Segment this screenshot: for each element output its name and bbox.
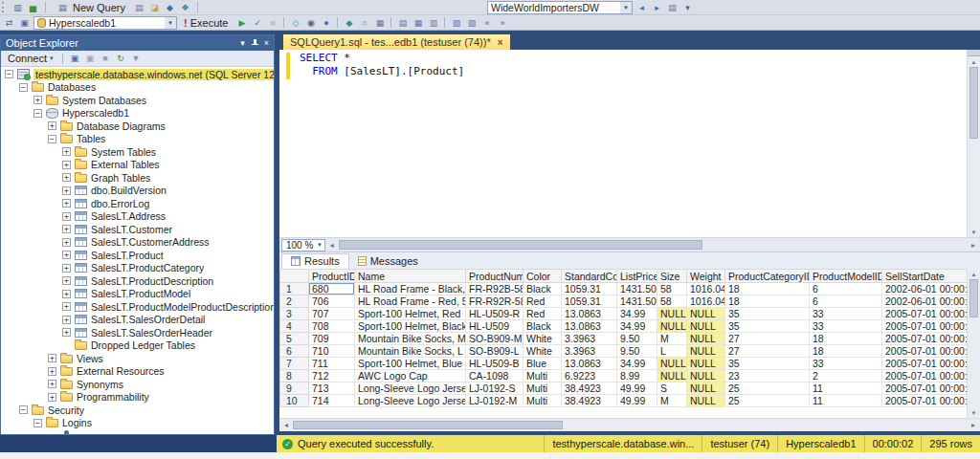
tree-item[interactable]: Dropped Ledger Tables	[1, 339, 274, 353]
grid-cell[interactable]: 2002-06-01 00:00:00.000	[882, 283, 968, 295]
tree-item[interactable]: +External Tables	[1, 159, 274, 172]
scroll-right-icon[interactable]: ▸	[967, 419, 980, 431]
grid-cell[interactable]: White	[523, 333, 562, 345]
row-number[interactable]: 9	[280, 382, 309, 395]
grid-cell[interactable]: 34.99	[617, 308, 657, 320]
scrollbar-thumb[interactable]	[293, 421, 563, 429]
chevron-down-icon[interactable]: ▾	[620, 2, 632, 13]
results-to-grid-icon[interactable]: ▦	[411, 16, 425, 29]
grid-cell[interactable]: 27	[725, 333, 810, 345]
tree-item[interactable]: +SalesLT.SalesOrderHeader	[1, 326, 274, 339]
object-explorer-titlebar[interactable]: Object Explorer ▾ ×	[1, 35, 274, 51]
grid-cell[interactable]: SO-B909-M	[466, 333, 523, 345]
grid-cell[interactable]: Multi	[523, 395, 562, 407]
grid-cell[interactable]: 11	[810, 395, 882, 407]
grid-cell[interactable]: Black	[523, 320, 562, 333]
grid-cell[interactable]: Multi	[523, 382, 562, 395]
results-scrollbar[interactable]: ▲ ▼	[967, 269, 980, 418]
decrease-indent-icon[interactable]: «	[479, 16, 494, 29]
grid-cell[interactable]: 35	[725, 358, 810, 370]
expander-icon[interactable]: −	[19, 405, 28, 414]
grid-cell[interactable]: 11	[810, 382, 882, 395]
include-live-query-statistics-icon[interactable]: ○	[357, 16, 371, 29]
new-file-icon[interactable]: ▤	[132, 1, 146, 13]
grid-cell[interactable]: Mountain Bike Socks, L	[355, 345, 466, 358]
split-grip[interactable]	[968, 50, 980, 56]
grid-cell[interactable]: L	[657, 345, 687, 358]
results-hscrollbar[interactable]: ◂ ▸	[279, 418, 980, 431]
column-header[interactable]: ProductCategoryID	[725, 270, 810, 283]
expander-icon[interactable]: −	[48, 135, 56, 143]
toolbar-grip[interactable]	[2, 2, 7, 12]
expander-icon[interactable]: −	[33, 419, 42, 427]
expander-icon[interactable]: +	[62, 290, 71, 298]
tab-messages[interactable]: Messages	[349, 254, 427, 269]
pin-icon[interactable]	[251, 39, 258, 48]
tree-item[interactable]: +SalesLT.Customer	[1, 223, 274, 236]
expander-icon[interactable]: +	[48, 121, 56, 130]
tree-item[interactable]: −Databases	[1, 81, 274, 95]
include-client-statistics-icon[interactable]: ▦	[372, 16, 387, 29]
expander-icon[interactable]: +	[62, 328, 71, 337]
tree-item[interactable]: −Security	[1, 404, 274, 417]
grid-cell[interactable]: Multi	[523, 370, 562, 382]
tree-item[interactable]: +dbo.BuildVersion	[1, 185, 274, 198]
code-area[interactable]: SELECT * FROM [SalesLT].[Product]	[292, 50, 967, 237]
tree-item[interactable]: +Database Diagrams	[1, 120, 274, 133]
grid-cell[interactable]: 34.99	[617, 320, 657, 333]
tree-item[interactable]: +SalesLT.ProductModelProductDescription	[1, 300, 274, 314]
grid-cell[interactable]: 714	[309, 395, 355, 407]
column-header[interactable]: ProductID	[309, 270, 355, 283]
grid-cell[interactable]: 34.99	[617, 358, 657, 370]
column-header[interactable]: ProductModelID	[810, 270, 882, 283]
grid-cell[interactable]: Long-Sleeve Logo Jersey, M	[355, 395, 466, 407]
connect-button[interactable]: Connect ▾	[4, 53, 57, 64]
grid-cell[interactable]: FR-R92B-58	[466, 283, 523, 295]
filter-icon[interactable]: ▼	[129, 53, 144, 65]
grid-cell[interactable]: 35	[725, 308, 810, 320]
expander-icon[interactable]: +	[62, 316, 71, 324]
column-header[interactable]: SellStartDate	[882, 270, 968, 283]
grid-cell[interactable]: Red	[523, 308, 562, 320]
row-number[interactable]: 4	[280, 320, 309, 333]
grid-cell[interactable]: S	[657, 382, 687, 395]
tree-item[interactable]: −Logins	[1, 417, 274, 430]
grid-cell[interactable]: 25	[725, 395, 810, 407]
grid-cell[interactable]: 710	[309, 345, 355, 358]
expander-icon[interactable]: −	[5, 70, 13, 78]
grid-cell[interactable]: HL Road Frame - Black, 58	[355, 283, 466, 295]
tree-item[interactable]	[1, 429, 274, 434]
scroll-right-icon[interactable]: ▸	[967, 238, 980, 251]
grid-cell[interactable]: 1059.31	[562, 283, 617, 295]
tree-item[interactable]: −Hyperscaledb1	[1, 107, 274, 120]
navigate-backward-icon[interactable]: ◂	[635, 1, 649, 13]
grid-cell[interactable]: 2005-07-01 00:00:00.000	[882, 333, 968, 345]
window-position-icon[interactable]: ▾	[240, 38, 245, 48]
expander-icon[interactable]: −	[19, 83, 28, 92]
open-file-icon[interactable]: ◪	[147, 1, 162, 13]
grid-cell[interactable]: NULL	[687, 395, 725, 407]
expander-icon[interactable]: +	[62, 302, 71, 311]
tree-item[interactable]: +SalesLT.Address	[1, 210, 274, 224]
save-all-icon[interactable]: ❖	[178, 1, 192, 13]
grid-cell[interactable]: 38.4923	[562, 382, 617, 395]
grid-cell[interactable]: 18	[810, 333, 882, 345]
grid-cell[interactable]: NULL	[687, 308, 725, 320]
row-number[interactable]: 7	[280, 358, 309, 370]
grid-cell[interactable]: 2002-06-01 00:00:00.000	[882, 295, 968, 308]
tree-item[interactable]: +Graph Tables	[1, 171, 274, 185]
grid-cell[interactable]: 49.99	[617, 382, 657, 395]
grid-cell[interactable]: Mountain Bike Socks, M	[355, 333, 466, 345]
column-header[interactable]: Color	[523, 270, 562, 283]
grid-cell[interactable]: 33	[810, 320, 882, 333]
scrollbar-thumb[interactable]	[969, 67, 978, 139]
grid-cell[interactable]: NULL	[687, 358, 725, 370]
close-icon[interactable]: ×	[498, 37, 503, 48]
grid-cell[interactable]: 713	[309, 382, 355, 395]
scroll-down-icon[interactable]: ▼	[968, 407, 980, 418]
column-header[interactable]: StandardCost	[562, 270, 617, 283]
tree-item[interactable]: +Programmability	[1, 391, 274, 404]
disconnect-icon[interactable]: ▣	[83, 53, 98, 65]
scroll-left-icon[interactable]: ◂	[325, 238, 339, 251]
expander-icon[interactable]: +	[62, 199, 71, 208]
